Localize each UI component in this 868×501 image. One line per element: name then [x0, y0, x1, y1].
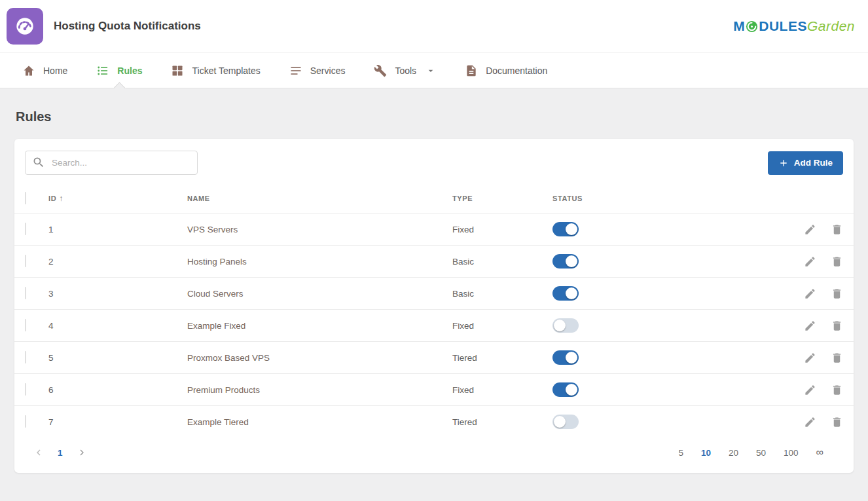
nav-item-documentation[interactable]: Documentation — [450, 53, 562, 88]
toggle-knob — [566, 288, 577, 299]
row-id: 2 — [48, 257, 187, 267]
grid-icon — [171, 64, 184, 77]
rules-card: Add Rule ID ↑ NAME TYPE STATUS 1 VPS Ser… — [14, 139, 854, 473]
pencil-icon — [804, 416, 816, 428]
column-header-status[interactable]: STATUS — [552, 195, 783, 202]
status-toggle[interactable] — [552, 382, 579, 397]
nav-label: Home — [43, 65, 67, 76]
document-icon — [465, 64, 478, 77]
page-size-option[interactable]: ∞ — [816, 447, 823, 458]
page-size-option[interactable]: 10 — [701, 448, 711, 458]
logo-text-garden: Garden — [807, 18, 855, 34]
page-size-option[interactable]: 5 — [678, 448, 683, 458]
logo-o-icon — [746, 20, 758, 33]
row-checkbox[interactable] — [25, 351, 26, 363]
table-row: 4 Example Fixed Fixed — [14, 309, 854, 341]
delete-button[interactable] — [831, 384, 843, 396]
row-id: 4 — [48, 321, 187, 331]
trash-icon — [831, 416, 843, 428]
row-checkbox[interactable] — [25, 255, 26, 267]
search-box — [25, 151, 198, 175]
page-size-option[interactable]: 20 — [729, 448, 738, 458]
edit-button[interactable] — [804, 255, 816, 268]
nav-item-home[interactable]: Home — [8, 53, 82, 88]
column-label: STATUS — [552, 195, 583, 202]
table-body: 1 VPS Servers Fixed 2 Hosting Panels Bas… — [14, 213, 854, 437]
column-label: NAME — [187, 195, 210, 202]
delete-button[interactable] — [831, 320, 843, 332]
row-name: Proxmox Based VPS — [187, 353, 452, 363]
status-toggle[interactable] — [552, 415, 579, 429]
search-input[interactable] — [25, 151, 198, 175]
column-header-id[interactable]: ID ↑ — [48, 194, 187, 203]
column-label: ID — [48, 195, 56, 202]
pagination: 1 5102050100∞ — [14, 437, 854, 472]
column-header-name[interactable]: NAME — [187, 195, 452, 202]
toggle-knob — [566, 384, 577, 396]
row-type: Fixed — [452, 321, 552, 331]
nav-label: Services — [310, 65, 346, 76]
pencil-icon — [804, 320, 816, 332]
row-name: Example Fixed — [187, 321, 452, 331]
row-checkbox[interactable] — [25, 383, 26, 396]
table-row: 7 Example Tiered Tiered — [14, 405, 854, 437]
pencil-icon — [804, 352, 816, 364]
next-page-button[interactable] — [76, 447, 88, 458]
edit-button[interactable] — [804, 320, 816, 332]
nav-label: Tools — [395, 65, 416, 76]
column-header-type[interactable]: TYPE — [452, 195, 552, 202]
current-page[interactable]: 1 — [58, 448, 63, 458]
edit-button[interactable] — [804, 352, 816, 364]
add-rule-button[interactable]: Add Rule — [768, 151, 843, 175]
status-toggle[interactable] — [552, 254, 579, 269]
page-size-option[interactable]: 50 — [756, 448, 766, 458]
delete-button[interactable] — [831, 416, 843, 428]
delete-button[interactable] — [831, 352, 843, 364]
nav-label: Documentation — [486, 65, 547, 76]
search-icon — [32, 156, 45, 172]
sort-asc-icon: ↑ — [59, 194, 63, 203]
row-type: Basic — [452, 257, 552, 267]
app-logo-icon — [7, 8, 43, 45]
status-toggle[interactable] — [552, 286, 579, 301]
edit-button[interactable] — [804, 223, 816, 236]
edit-button[interactable] — [804, 416, 816, 428]
edit-button[interactable] — [804, 288, 816, 300]
module-title: Hosting Quota Notifications — [54, 20, 201, 33]
modulesgarden-logo: M DULES Garden — [733, 18, 855, 34]
table-row: 3 Cloud Servers Basic — [14, 277, 854, 309]
nav-item-rules[interactable]: Rules — [82, 53, 156, 88]
status-toggle[interactable] — [552, 318, 579, 333]
list-bulleted-icon — [96, 64, 109, 77]
trash-icon — [831, 288, 843, 300]
nav-item-services[interactable]: Services — [275, 53, 360, 88]
row-id: 1 — [48, 225, 187, 234]
edit-button[interactable] — [804, 384, 816, 396]
row-checkbox[interactable] — [25, 223, 26, 235]
trash-icon — [831, 223, 843, 236]
status-toggle[interactable] — [552, 350, 579, 365]
nav-item-ticket-templates[interactable]: Ticket Templates — [156, 53, 274, 88]
row-name: Premium Products — [187, 385, 452, 395]
row-checkbox[interactable] — [25, 287, 26, 299]
select-all-checkbox[interactable] — [25, 192, 26, 204]
page-title: Rules — [0, 88, 868, 124]
row-id: 7 — [48, 417, 187, 427]
row-id: 3 — [48, 289, 187, 299]
page-size-option[interactable]: 100 — [784, 448, 799, 458]
nav-item-tools[interactable]: Tools — [359, 53, 450, 88]
pencil-icon — [804, 288, 816, 300]
row-id: 5 — [48, 353, 187, 363]
delete-button[interactable] — [831, 255, 843, 268]
delete-button[interactable] — [831, 223, 843, 236]
trash-icon — [831, 352, 843, 364]
pencil-icon — [804, 255, 816, 268]
delete-button[interactable] — [831, 288, 843, 300]
toggle-knob — [554, 320, 566, 331]
row-checkbox[interactable] — [25, 319, 26, 331]
row-name: VPS Servers — [187, 225, 452, 234]
row-checkbox[interactable] — [25, 415, 26, 428]
status-toggle[interactable] — [552, 222, 579, 236]
prev-page-button[interactable] — [33, 447, 45, 458]
row-name: Cloud Servers — [187, 289, 452, 299]
